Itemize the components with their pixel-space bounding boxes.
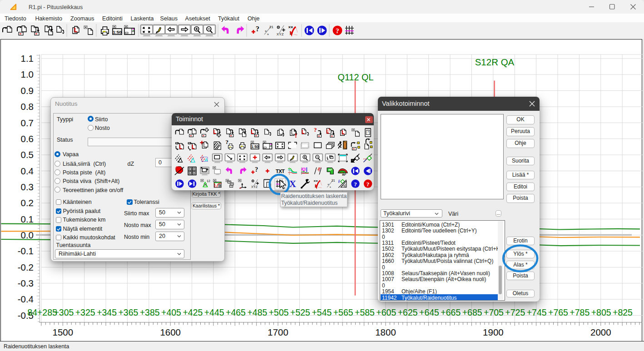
svg-text:-0.2: -0.2	[18, 262, 34, 272]
svg-text:1.0: 1.0	[21, 69, 34, 79]
svg-text:0.7: 0.7	[21, 117, 34, 128]
svg-text:+305: +305	[54, 307, 74, 317]
svg-text:m²: m²	[328, 168, 332, 171]
svg-text:+785: +785	[570, 307, 590, 317]
svg-text:+685: +685	[462, 307, 482, 317]
svg-text:+485: +485	[247, 307, 267, 317]
svg-text:?: ?	[354, 181, 357, 188]
svg-text:84+285: 84+285	[27, 307, 57, 317]
svg-text:1900: 1900	[483, 326, 504, 337]
svg-text:1500: 1500	[52, 326, 73, 337]
svg-text:+325: +325	[75, 307, 95, 317]
svg-text:+445: +445	[204, 307, 224, 317]
svg-text:+505: +505	[269, 307, 289, 317]
svg-text:21: 21	[332, 179, 335, 182]
svg-text:-0.3: -0.3	[18, 278, 34, 288]
svg-text:+605: +605	[376, 307, 396, 317]
svg-text:0.9: 0.9	[21, 85, 34, 95]
svg-text:2000: 2000	[590, 326, 611, 337]
svg-text:-0.4: -0.4	[18, 294, 34, 304]
svg-text:XYZ: XYZ	[277, 32, 284, 36]
svg-text:+665: +665	[441, 307, 461, 317]
svg-text:+405: +405	[161, 307, 181, 317]
svg-text:1:50: 1:50	[113, 30, 121, 35]
svg-text:?: ?	[256, 25, 259, 33]
svg-text:?: ?	[367, 130, 369, 134]
svg-text:JR.: JR.	[317, 166, 322, 172]
svg-text:?: ?	[367, 181, 370, 188]
svg-text:?: ?	[226, 138, 229, 145]
svg-text:12: 12	[207, 179, 210, 183]
svg-text:+525: +525	[290, 307, 310, 317]
svg-text:Q112 QL: Q112 QL	[338, 72, 374, 82]
svg-text:××: ××	[314, 179, 318, 183]
svg-text:XYZ: XYZ	[251, 185, 258, 188]
svg-text:×: ×	[267, 33, 269, 36]
svg-text:?: ?	[314, 126, 317, 133]
svg-text:+805: +805	[591, 307, 611, 317]
svg-text:+425: +425	[183, 307, 203, 317]
svg-text:TXT: TXT	[276, 168, 285, 174]
svg-text:S12R QA: S12R QA	[475, 56, 515, 67]
svg-text:0.2: 0.2	[21, 198, 34, 208]
svg-text:1.1: 1.1	[21, 53, 34, 64]
svg-text:+725: +725	[505, 307, 525, 317]
svg-text:+365: +365	[118, 307, 138, 317]
svg-text:××: ××	[288, 25, 293, 30]
svg-text:0.3: 0.3	[21, 181, 34, 192]
svg-text:X: X	[289, 178, 296, 189]
svg-text:×: ×	[265, 30, 267, 33]
svg-text:+765: +765	[548, 307, 568, 317]
svg-text:1600: 1600	[160, 326, 181, 337]
svg-text:+345: +345	[97, 307, 117, 317]
svg-text:0.1: 0.1	[21, 213, 34, 224]
svg-text:1800: 1800	[375, 326, 396, 337]
svg-text:0.6: 0.6	[21, 133, 34, 143]
svg-text:+585: +585	[355, 307, 375, 317]
svg-text:?: ?	[336, 27, 339, 35]
svg-text:+385: +385	[140, 307, 160, 317]
svg-text:+625: +625	[398, 307, 418, 317]
svg-text:+545: +545	[312, 307, 332, 317]
svg-text:1:50: 1:50	[251, 144, 259, 149]
svg-text:+465: +465	[226, 307, 246, 317]
svg-text:0.8: 0.8	[21, 101, 34, 112]
svg-text:×: ×	[329, 185, 331, 188]
svg-text:?: ?	[328, 128, 330, 133]
svg-text:+565: +565	[333, 307, 353, 317]
svg-text:+825: +825	[613, 307, 633, 317]
svg-text:0.4: 0.4	[21, 165, 34, 176]
svg-text:+745: +745	[527, 307, 547, 317]
svg-text:?: ?	[255, 166, 258, 173]
svg-text:0.5: 0.5	[21, 149, 34, 160]
svg-text:+645: +645	[419, 307, 439, 317]
svg-text:m³: m³	[342, 173, 346, 176]
svg-text:-0.1: -0.1	[18, 246, 34, 256]
svg-text:×: ×	[327, 183, 329, 186]
svg-text:+705: +705	[484, 307, 504, 317]
svg-text:1700: 1700	[268, 326, 288, 337]
svg-text:21: 21	[269, 25, 273, 29]
